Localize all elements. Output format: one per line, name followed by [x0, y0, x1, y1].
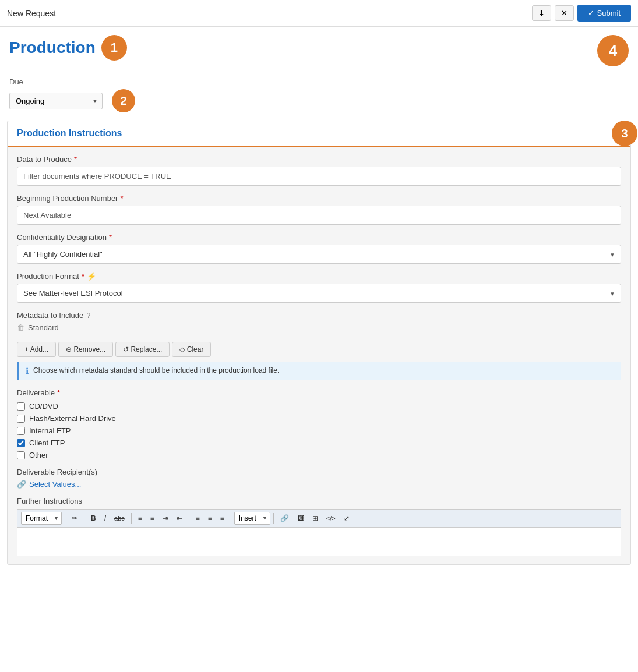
due-label: Due — [9, 77, 629, 86]
deliverable-section: Deliverable * CD/DVD Flash/External Hard… — [17, 388, 621, 459]
submit-label: Submit — [597, 9, 621, 17]
submit-check-icon: ✓ — [588, 9, 594, 17]
toolbar-separator-5 — [231, 513, 231, 524]
further-instructions-label: Further Instructions — [17, 497, 621, 505]
toolbar-bullet-button[interactable]: ≡ — [135, 512, 146, 524]
toolbar-strikethrough-button[interactable]: abc — [111, 513, 128, 524]
further-instructions-section: Further Instructions Format ✏ B I abc ≡ — [17, 497, 621, 556]
lightning-icon: ⚡ — [87, 272, 96, 281]
card-body: Data to Produce * Beginning Production N… — [8, 147, 630, 564]
deliverable-recipients-link[interactable]: 🔗 Select Values... — [17, 480, 621, 489]
toolbar-table-button[interactable]: ⊞ — [309, 512, 322, 524]
toolbar-separator-1 — [65, 513, 65, 524]
format-select-wrapper: Format — [21, 512, 62, 525]
deliverable-recipients-label: Deliverable Recipient(s) — [17, 468, 621, 476]
toolbar-indent-button[interactable]: ⇥ — [159, 512, 172, 524]
production-format-required: * — [82, 272, 84, 281]
due-section: Due Ongoing Custom Date 2 — [0, 69, 638, 121]
metadata-add-button[interactable]: + Add... — [17, 342, 56, 357]
beginning-production-number-group: Beginning Production Number * — [17, 194, 621, 225]
page-title-area: Production 1 4 — [0, 27, 638, 69]
deliverable-recipients-section: Deliverable Recipient(s) 🔗 Select Values… — [17, 468, 621, 489]
badge-3: 3 — [612, 121, 637, 146]
metadata-info-box: ℹ Choose which metadata standard should … — [17, 362, 621, 380]
confidentiality-designation-required: * — [109, 233, 112, 242]
format-select[interactable]: Format — [21, 512, 62, 525]
external-link-icon: 🔗 — [17, 480, 26, 489]
confidentiality-designation-group: Confidentiality Designation * All "Highl… — [17, 233, 621, 264]
data-to-produce-required: * — [74, 155, 77, 164]
further-instructions-editor[interactable] — [17, 527, 621, 556]
insert-select[interactable]: Insert — [234, 512, 270, 525]
badge-1: 1 — [101, 35, 127, 61]
metadata-info-text: Choose which metadata standard should be… — [33, 366, 279, 374]
close-button[interactable]: ✕ — [555, 5, 574, 21]
metadata-replace-button[interactable]: ↺ Replace... — [115, 342, 170, 357]
deliverable-cddvd: CD/DVD — [17, 402, 621, 411]
header: New Request ⬇ ✕ ✓ Submit — [0, 0, 638, 27]
beginning-production-number-required: * — [120, 194, 123, 203]
production-format-select-wrapper: See Matter-level ESI Protocol PDF TIFF N… — [17, 284, 621, 303]
due-row: Ongoing Custom Date 2 — [9, 89, 629, 112]
toolbar-separator-6 — [273, 513, 274, 524]
toolbar-bold-button[interactable]: B — [87, 512, 100, 524]
metadata-help-icon: ? — [86, 311, 90, 320]
data-to-produce-group: Data to Produce * — [17, 155, 621, 186]
deliverable-client-ftp: Client FTP — [17, 438, 621, 447]
deliverable-internal-ftp: Internal FTP — [17, 426, 621, 435]
toolbar-eraser-button[interactable]: ✏ — [68, 512, 81, 524]
deliverable-other-label: Other — [29, 451, 48, 459]
toolbar-align-center-button[interactable]: ≡ — [205, 512, 216, 524]
header-actions: ⬇ ✕ ✓ Submit — [532, 5, 631, 22]
insert-select-wrapper: Insert — [234, 512, 270, 525]
confidentiality-designation-label: Confidentiality Designation * — [17, 233, 621, 242]
due-select[interactable]: Ongoing Custom Date — [9, 93, 103, 109]
toolbar-numbered-button[interactable]: ≡ — [147, 512, 158, 524]
toolbar-align-left-button[interactable]: ≡ — [192, 512, 203, 524]
deliverable-internal-ftp-label: Internal FTP — [29, 426, 71, 435]
production-format-group: Production Format * ⚡ See Matter-level E… — [17, 272, 621, 303]
deliverable-client-ftp-checkbox[interactable] — [17, 439, 25, 447]
download-button[interactable]: ⬇ — [532, 5, 551, 21]
data-to-produce-input[interactable] — [17, 167, 621, 186]
deliverable-required: * — [57, 388, 60, 397]
metadata-label: Metadata to Include ? — [17, 311, 621, 320]
toolbar-code-button[interactable]: </> — [323, 513, 339, 524]
toolbar-outdent-button[interactable]: ⇤ — [173, 512, 186, 524]
metadata-clear-button[interactable]: ◇ Clear — [172, 342, 211, 357]
further-instructions-toolbar: Format ✏ B I abc ≡ ≡ ⇥ ⇤ ≡ ≡ — [17, 509, 621, 527]
submit-button[interactable]: ✓ Submit — [577, 5, 631, 22]
beginning-production-number-label: Beginning Production Number * — [17, 194, 621, 203]
beginning-production-number-input[interactable] — [17, 206, 621, 225]
toolbar-separator-2 — [84, 513, 84, 524]
info-icon: ℹ — [26, 366, 29, 376]
card-header: Production Instructions 3 — [8, 121, 630, 147]
deliverable-internal-ftp-checkbox[interactable] — [17, 427, 25, 435]
badge-2: 2 — [112, 89, 135, 112]
production-format-label: Production Format * ⚡ — [17, 272, 621, 281]
metadata-section: Metadata to Include ? 🗑 Standard + Add..… — [17, 311, 621, 380]
toolbar-separator-4 — [189, 513, 189, 524]
deliverable-client-ftp-label: Client FTP — [29, 438, 65, 447]
badge-4: 4 — [597, 35, 629, 66]
deliverable-flash-checkbox[interactable] — [17, 415, 25, 423]
due-select-wrapper: Ongoing Custom Date — [9, 93, 103, 109]
confidentiality-designation-select[interactable]: All "Highly Confidential" Confidential N… — [17, 245, 621, 264]
metadata-trash-icon[interactable]: 🗑 — [17, 323, 24, 332]
deliverable-cddvd-label: CD/DVD — [29, 402, 58, 411]
toolbar-image-button[interactable]: 🖼 — [294, 512, 308, 524]
toolbar-align-right-button[interactable]: ≡ — [217, 512, 228, 524]
instructions-card: Production Instructions 3 Data to Produc… — [7, 121, 631, 565]
production-format-select[interactable]: See Matter-level ESI Protocol PDF TIFF N… — [17, 284, 621, 303]
deliverable-flash: Flash/External Hard Drive — [17, 414, 621, 423]
toolbar-link-button[interactable]: 🔗 — [277, 512, 292, 524]
confidentiality-select-wrapper: All "Highly Confidential" Confidential N… — [17, 245, 621, 264]
deliverable-cddvd-checkbox[interactable] — [17, 402, 25, 411]
toolbar-expand-button[interactable]: ⤢ — [340, 512, 353, 524]
metadata-remove-button[interactable]: ⊖ Remove... — [58, 342, 113, 357]
metadata-actions: + Add... ⊖ Remove... ↺ Replace... ◇ Clea… — [17, 342, 621, 357]
deliverable-recipients-link-text: Select Values... — [29, 480, 81, 489]
deliverable-other-checkbox[interactable] — [17, 451, 25, 459]
metadata-row: 🗑 Standard — [17, 323, 621, 337]
toolbar-italic-button[interactable]: I — [101, 512, 110, 524]
